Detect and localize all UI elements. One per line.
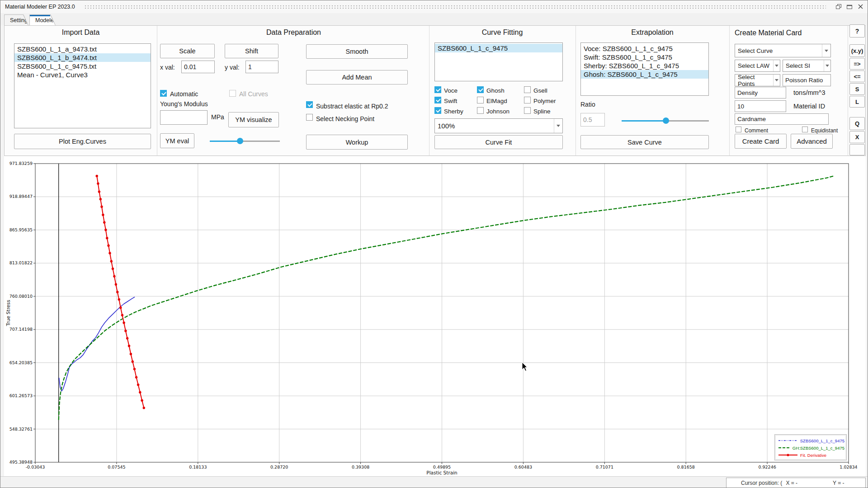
tab-settings[interactable]: Settings	[4, 14, 28, 25]
import-file-item[interactable]: Mean - Curve1, Curve3	[14, 70, 151, 79]
youngs-modulus-input[interactable]	[160, 110, 208, 125]
sherby-checkbox[interactable]	[434, 107, 441, 114]
dropdown-arrow[interactable]	[773, 60, 780, 71]
select-necking-checkbox[interactable]	[306, 114, 313, 121]
svg-text:971.83259: 971.83259	[9, 161, 33, 166]
extrapolation-item[interactable]: Sherby: SZBS600_L_1_c_9475	[581, 61, 708, 70]
ghosh-label: Ghosh	[486, 87, 505, 94]
s-button[interactable]: S	[849, 83, 865, 95]
extrapolation-list[interactable]: Voce: SZBS600_L_1_c_9475 Swift: SZBS600_…	[580, 42, 709, 96]
save-curve-button[interactable]: Save Curve	[580, 135, 709, 149]
curve-fitting-list[interactable]: SZBS600_L_1_c_9475	[434, 42, 563, 81]
dropdown-arrow[interactable]	[773, 75, 780, 86]
automatic-checkbox[interactable]	[160, 90, 167, 97]
select-points-dropdown[interactable]: Select Points	[735, 74, 780, 86]
legend-label: GH:SZBS600_L_1_c_9475	[793, 446, 844, 450]
help-button[interactable]: ?	[849, 24, 865, 38]
separator	[429, 26, 429, 155]
voce-checkbox[interactable]	[434, 86, 441, 93]
smooth-button[interactable]: Smooth	[306, 44, 408, 59]
ratio-slider[interactable]	[622, 117, 709, 124]
plot-canvas[interactable]: -0.030430.075450.181330.287200.393080.49…	[4, 156, 866, 476]
import-file-item[interactable]: SZBS600_L_1_c_9475.txt	[14, 62, 151, 70]
density-input[interactable]	[735, 87, 786, 99]
chevron-down-icon	[826, 65, 829, 67]
ym-eval-button[interactable]: YM eval	[160, 133, 194, 148]
import-file-item-selected[interactable]: SZBS600_L_1_b_9474.txt	[14, 53, 151, 62]
svg-text:0.28720: 0.28720	[270, 465, 288, 469]
stress-strain-chart: -0.030430.075450.181330.287200.393080.49…	[4, 156, 866, 476]
scale-button[interactable]: Scale	[160, 44, 215, 58]
xy-button[interactable]: (x.y)	[849, 44, 865, 57]
swift-checkbox[interactable]	[434, 97, 441, 103]
svg-text:0.07545: 0.07545	[108, 465, 125, 469]
curve-fitting-item-selected[interactable]: SZBS600_L_1_c_9475	[435, 44, 562, 52]
plot-eng-curves-button[interactable]: Plot Eng.Curves	[14, 134, 151, 149]
svg-text:-0.03043: -0.03043	[26, 465, 45, 469]
spline-checkbox[interactable]	[524, 107, 531, 114]
ratio-slider-thumb[interactable]	[663, 117, 669, 124]
drag-handle-dots[interactable]	[85, 5, 826, 9]
arrow-right-button[interactable]: =>	[849, 58, 865, 70]
extrapolation-item[interactable]: Swift: SZBS600_L_1_c_9475	[581, 53, 708, 61]
close-button[interactable]	[856, 2, 865, 11]
legend-line-sample	[778, 438, 798, 443]
l-button[interactable]: L	[849, 96, 865, 108]
add-mean-button[interactable]: Add Mean	[306, 70, 408, 84]
arrow-left-button[interactable]: <=	[849, 70, 865, 82]
automatic-label: Automatic	[170, 90, 198, 98]
extrapolation-item-selected[interactable]: Ghosh: SZBS600_L_1_c_9475	[581, 70, 708, 79]
ym-slider[interactable]	[210, 137, 280, 145]
gsell-checkbox[interactable]	[524, 86, 531, 93]
tab-modeler[interactable]: Modeler	[29, 14, 56, 25]
separator	[848, 26, 848, 155]
curve-fit-button[interactable]: Curve Fit	[434, 135, 563, 149]
advanced-button[interactable]: Advanced	[791, 134, 833, 149]
extrapolation-item[interactable]: Voce: SZBS600_L_1_c_9475	[581, 44, 708, 53]
select-si-dropdown[interactable]: Select SI	[783, 60, 831, 72]
select-curve-dropdown[interactable]: Select Curve	[735, 44, 831, 57]
polymer-checkbox[interactable]	[524, 97, 531, 103]
workup-button[interactable]: Workup	[306, 135, 408, 150]
y-val-input[interactable]	[245, 61, 278, 73]
dropdown-arrow[interactable]	[824, 60, 830, 71]
x-button[interactable]: X	[849, 131, 865, 143]
gsell-label: Gsell	[533, 87, 547, 94]
ym-visualize-button[interactable]: YM visualize	[228, 112, 279, 127]
window-title: Material Modeler EP 2023.0	[5, 4, 75, 10]
import-file-list[interactable]: SZBS600_L_1_a_9473.txt SZBS600_L_1_b_947…	[14, 43, 151, 128]
svg-text:Plastic Strain: Plastic Strain	[426, 470, 457, 475]
cardname-input[interactable]	[735, 113, 829, 125]
ratio-input[interactable]	[580, 113, 605, 127]
cursor-y-value: Y = -	[833, 480, 844, 486]
import-file-item[interactable]: SZBS600_L_1_a_9473.txt	[14, 45, 151, 53]
equidistant-checkbox[interactable]	[802, 127, 808, 132]
cursor-position-box: Cursor position: ( X = - Y = - )	[726, 478, 866, 488]
dropdown-arrow[interactable]	[822, 44, 830, 57]
fit-percent-dropdown[interactable]: 100%	[434, 118, 563, 133]
ym-slider-thumb[interactable]	[237, 138, 243, 144]
ghosh-checkbox[interactable]	[477, 86, 484, 93]
blank-button[interactable]	[849, 144, 865, 155]
select-law-dropdown[interactable]: Select LAW	[735, 60, 780, 72]
all-curves-checkbox[interactable]	[229, 90, 236, 97]
svg-text:0.39308: 0.39308	[352, 465, 369, 469]
title-bar[interactable]: Material Modeler EP 2023.0	[0, 0, 868, 13]
float-window-button[interactable]	[834, 2, 843, 11]
maximize-button[interactable]	[845, 2, 854, 11]
dropdown-arrow[interactable]	[554, 119, 562, 133]
material-id-input[interactable]	[735, 100, 786, 112]
shift-button[interactable]: Shift	[225, 44, 278, 58]
curve-fitting-title: Curve Fitting	[429, 28, 576, 37]
mpa-label: MPa	[211, 113, 224, 121]
float-icon	[836, 3, 841, 11]
comment-checkbox[interactable]	[736, 127, 741, 132]
johnson-checkbox[interactable]	[477, 107, 484, 114]
svg-text:601.26573: 601.26573	[9, 393, 33, 398]
create-card-button[interactable]: Create Card	[735, 134, 787, 149]
substract-elastic-checkbox[interactable]	[306, 101, 313, 108]
q-button[interactable]: Q	[849, 117, 865, 130]
poisson-ratio-input[interactable]	[783, 74, 831, 86]
x-val-input[interactable]	[181, 61, 215, 73]
elmagd-checkbox[interactable]	[477, 97, 484, 103]
